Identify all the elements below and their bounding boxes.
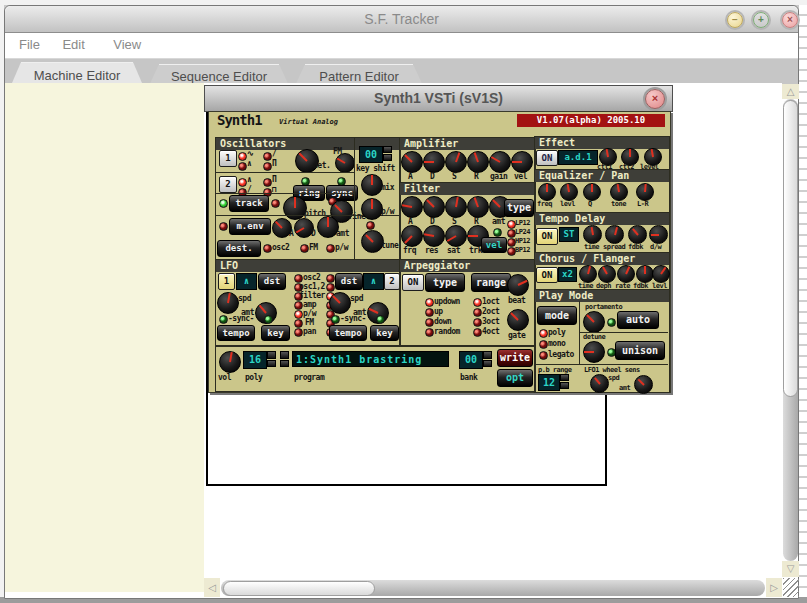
osc1-saw-led[interactable] xyxy=(263,152,272,161)
chorus-mode-display[interactable]: x2 xyxy=(558,267,577,282)
lfo1-dest-fm-led[interactable] xyxy=(294,319,303,328)
plugin-titlebar[interactable]: Synth1 VSTi (sV1S) × xyxy=(204,85,673,112)
osc1-sine-led[interactable] xyxy=(238,152,247,161)
chorus-level-knob[interactable] xyxy=(652,265,670,283)
arp-type-button[interactable]: type xyxy=(425,273,465,292)
pb-range-display[interactable]: 12 xyxy=(538,374,560,391)
play-mono-led[interactable] xyxy=(539,340,548,349)
lfo2-key-button[interactable]: key xyxy=(370,325,399,341)
lfo1-dest-pan-led[interactable] xyxy=(294,328,303,337)
arp-up-led[interactable] xyxy=(425,308,434,317)
play-poly-led[interactable] xyxy=(539,329,548,338)
menv-button[interactable]: m.env xyxy=(229,218,271,235)
arp-on-button[interactable]: ON xyxy=(402,274,424,291)
lfo2-button[interactable]: 2 xyxy=(384,273,400,290)
arp-2oct-led[interactable] xyxy=(473,308,482,317)
close-button[interactable]: × xyxy=(782,12,798,28)
filter-vel-button[interactable]: vel xyxy=(481,237,507,253)
menu-edit[interactable]: Edit xyxy=(62,37,84,52)
eq-q-knob[interactable] xyxy=(583,183,601,201)
plugin-close-button[interactable]: × xyxy=(645,89,665,109)
lfo2-sync-led-a[interactable] xyxy=(331,315,340,324)
filter-sat-knob[interactable] xyxy=(445,225,467,247)
lfo2-dst-button[interactable]: dst xyxy=(335,273,363,290)
arp-beat-knob[interactable] xyxy=(507,274,529,296)
lfo1-dst-button[interactable]: dst xyxy=(258,273,286,290)
filter-sustain-knob[interactable] xyxy=(445,196,467,218)
horizontal-scrollbar-thumb[interactable] xyxy=(223,581,375,596)
filter-attack-knob[interactable] xyxy=(401,196,423,218)
tune-led[interactable] xyxy=(366,221,375,230)
keyshift-display[interactable]: 00 xyxy=(359,146,383,163)
amp-release-knob[interactable] xyxy=(467,151,489,173)
delay-drywet-knob[interactable] xyxy=(649,225,668,244)
delay-mode-display[interactable]: ST xyxy=(559,227,579,242)
osc-fm-knob[interactable] xyxy=(335,153,355,173)
portamento-auto-button[interactable]: auto xyxy=(617,311,659,329)
arp-4oct-led[interactable] xyxy=(473,328,482,337)
dest-fm-led[interactable] xyxy=(300,244,309,253)
menu-view[interactable]: View xyxy=(113,37,141,52)
resize-grip[interactable] xyxy=(783,578,799,597)
arp-3oct-led[interactable] xyxy=(473,318,482,327)
scroll-left-arrow[interactable]: ◁ xyxy=(204,578,220,597)
lfo2-speed-knob[interactable] xyxy=(329,292,351,314)
delay-on-button[interactable]: ON xyxy=(536,228,558,245)
amp-gain-knob[interactable] xyxy=(489,151,511,173)
lfo1-dest-amp-led[interactable] xyxy=(294,301,303,310)
dest-osc2-led[interactable] xyxy=(263,244,272,253)
lfo2-dest-osc12-led[interactable] xyxy=(326,283,335,292)
filter-vel-led[interactable] xyxy=(493,228,502,237)
play-mode-button[interactable]: mode xyxy=(537,306,577,325)
filter-type-button[interactable]: type xyxy=(504,199,534,217)
arp-random-led[interactable] xyxy=(425,328,434,337)
menu-file[interactable]: File xyxy=(19,37,40,52)
pb-range-spinner[interactable] xyxy=(560,374,569,389)
osc1-button[interactable]: 1 xyxy=(219,150,237,167)
wheel-spd-knob[interactable] xyxy=(590,374,609,393)
opt-button[interactable]: opt xyxy=(497,369,533,387)
lfo1-tempo-button[interactable]: tempo xyxy=(217,325,255,341)
arp-1oct-led[interactable] xyxy=(473,298,482,307)
lfo2-tempo-button[interactable]: tempo xyxy=(329,325,367,341)
wheel-amt-knob[interactable] xyxy=(634,375,653,394)
chorus-depth-knob[interactable] xyxy=(598,265,616,283)
program-display[interactable]: 1:Synth1 brastring xyxy=(292,351,449,367)
scroll-right-arrow[interactable]: ▷ xyxy=(766,578,782,597)
keyshift-spinner[interactable] xyxy=(383,146,392,161)
osc2-square-led[interactable] xyxy=(263,178,272,187)
scroll-down-arrow[interactable]: ▽ xyxy=(782,561,799,577)
filter-decay-knob[interactable] xyxy=(423,196,445,218)
arp-gate-knob[interactable] xyxy=(507,309,529,331)
chorus-time-knob[interactable] xyxy=(579,265,597,283)
amp-sustain-knob[interactable] xyxy=(445,151,467,173)
track-button[interactable]: track xyxy=(229,195,269,212)
menv-dest-button[interactable]: dest. xyxy=(217,240,261,257)
mix-knob[interactable] xyxy=(361,174,383,196)
amp-attack-knob[interactable] xyxy=(401,151,423,173)
write-button[interactable]: write xyxy=(497,349,533,367)
portamento-led[interactable] xyxy=(607,318,616,327)
lfo1-dest-pw-led[interactable] xyxy=(294,310,303,319)
chorus-rate-knob[interactable] xyxy=(617,265,635,283)
portamento-knob[interactable] xyxy=(583,311,605,333)
lfo1-speed-knob[interactable] xyxy=(217,292,239,314)
menv-led[interactable] xyxy=(219,222,228,231)
lfo2-wave-display[interactable]: ∧ xyxy=(363,273,384,290)
osc1-tri-led[interactable] xyxy=(238,162,247,171)
arp-range-button[interactable]: range xyxy=(471,273,511,292)
lfo1-key-button[interactable]: key xyxy=(261,325,290,341)
pitch-led[interactable] xyxy=(271,199,280,208)
bank-display[interactable]: 00 xyxy=(459,351,483,369)
lfo1-sync-led-b[interactable] xyxy=(264,315,273,324)
filter-release-knob[interactable] xyxy=(467,196,489,218)
dest-pw-led[interactable] xyxy=(326,244,335,253)
effect-on-button[interactable]: ON xyxy=(536,150,558,166)
filter-freq-knob[interactable] xyxy=(401,225,423,247)
eq-pan-knob[interactable] xyxy=(636,183,654,201)
track-led[interactable] xyxy=(219,199,228,208)
osc2-button[interactable]: 2 xyxy=(219,176,237,193)
lfo2-dest-osc2-led[interactable] xyxy=(326,274,335,283)
machine-editor-pane[interactable] xyxy=(5,83,205,592)
unison-button[interactable]: unison xyxy=(615,341,665,360)
